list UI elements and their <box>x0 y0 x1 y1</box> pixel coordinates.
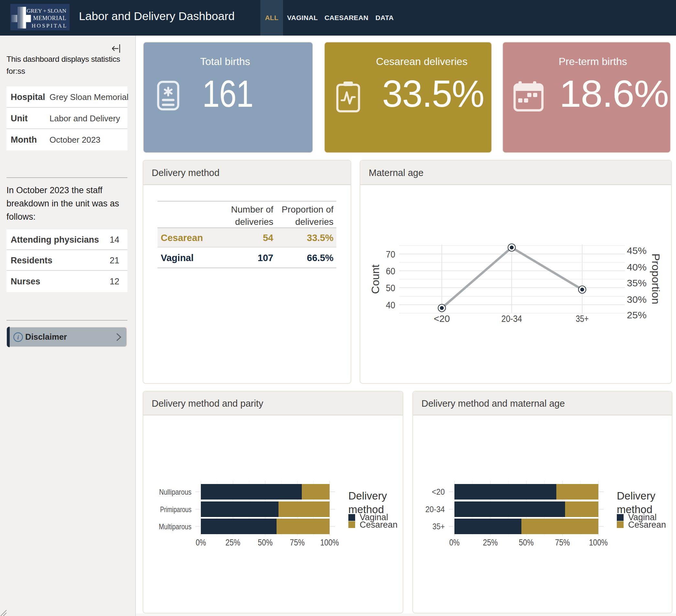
svg-text:Proportion: Proportion <box>650 254 662 304</box>
svg-text:70: 70 <box>386 249 395 260</box>
svg-text:<20: <20 <box>432 487 445 497</box>
svg-text:0%: 0% <box>196 538 206 547</box>
svg-text:45%: 45% <box>627 245 646 256</box>
svg-text:Primiparous: Primiparous <box>160 505 191 514</box>
svg-text:20-34: 20-34 <box>425 504 445 514</box>
svg-text:25%: 25% <box>483 538 498 547</box>
svg-text:75%: 75% <box>555 538 570 547</box>
svg-text:50: 50 <box>386 283 395 293</box>
svg-text:60: 60 <box>386 266 395 276</box>
svg-text:20-34: 20-34 <box>501 314 522 324</box>
svg-text:25%: 25% <box>627 310 646 320</box>
svg-text:40%: 40% <box>627 262 646 272</box>
svg-text:<20: <20 <box>434 314 450 324</box>
svg-text:100%: 100% <box>589 538 608 547</box>
svg-text:Delivery: Delivery <box>348 490 387 502</box>
svg-text:50%: 50% <box>258 538 273 547</box>
svg-text:40: 40 <box>386 300 395 310</box>
svg-text:50%: 50% <box>519 538 534 547</box>
svg-text:35%: 35% <box>627 278 646 288</box>
svg-text:25%: 25% <box>225 538 240 547</box>
svg-text:Delivery: Delivery <box>617 490 656 502</box>
svg-text:Cesarean: Cesarean <box>628 520 666 529</box>
svg-text:75%: 75% <box>290 538 305 547</box>
svg-text:0%: 0% <box>449 538 460 547</box>
svg-text:Multiparous: Multiparous <box>159 522 191 531</box>
svg-text:35+: 35+ <box>576 314 589 324</box>
svg-text:Count: Count <box>369 264 381 294</box>
svg-text:30%: 30% <box>627 294 646 305</box>
svg-text:100%: 100% <box>320 538 339 547</box>
svg-text:Nulliparous: Nulliparous <box>159 488 191 496</box>
svg-text:Cesarean: Cesarean <box>360 520 397 529</box>
svg-text:35+: 35+ <box>433 521 445 531</box>
